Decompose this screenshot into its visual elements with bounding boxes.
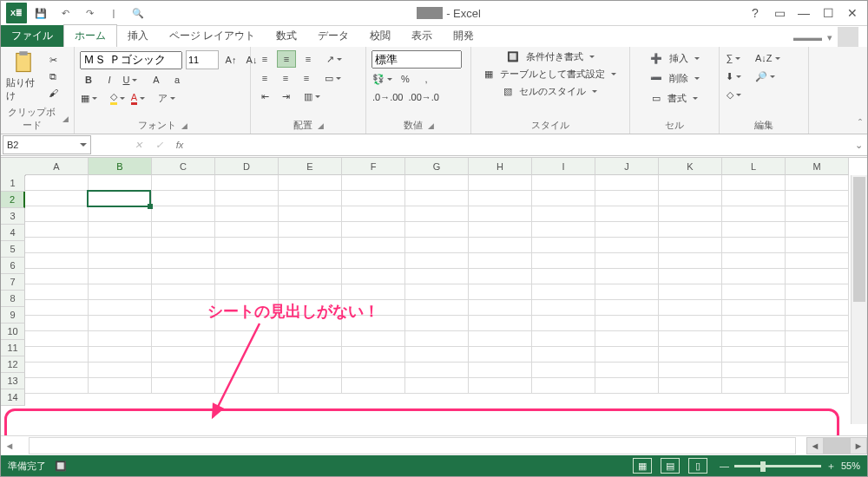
cell[interactable] xyxy=(215,269,279,284)
cell[interactable] xyxy=(405,253,469,269)
cell[interactable] xyxy=(215,363,279,378)
cell[interactable] xyxy=(279,378,342,394)
cell[interactable] xyxy=(405,269,469,284)
font-color-button[interactable]: A xyxy=(129,90,147,106)
cell[interactable] xyxy=(342,222,405,238)
row-header[interactable]: 8 xyxy=(1,291,25,307)
cell[interactable] xyxy=(469,253,532,269)
cell[interactable] xyxy=(152,269,215,284)
row-header[interactable]: 9 xyxy=(1,307,25,323)
vertical-scroll-thumb[interactable] xyxy=(853,177,865,302)
column-header[interactable]: K xyxy=(659,158,722,175)
accounting-format-button[interactable]: 💱 xyxy=(372,71,393,87)
column-header[interactable]: F xyxy=(342,158,405,175)
cell[interactable] xyxy=(469,378,532,394)
cell[interactable] xyxy=(25,378,89,394)
cell[interactable] xyxy=(25,222,89,238)
cell[interactable] xyxy=(25,206,89,222)
cell[interactable] xyxy=(152,316,215,331)
alignment-dialog-launcher[interactable]: ◢ xyxy=(318,121,324,130)
column-header[interactable]: E xyxy=(279,158,342,175)
underline-button[interactable]: U xyxy=(122,72,139,88)
cell[interactable] xyxy=(786,222,849,238)
cell[interactable] xyxy=(786,316,849,331)
cell[interactable] xyxy=(532,363,595,378)
autosum-button[interactable]: ∑ xyxy=(725,50,742,66)
column-header[interactable]: A xyxy=(25,158,89,175)
row-header[interactable]: 2 xyxy=(1,192,25,208)
zoom-in-button[interactable]: ＋ xyxy=(826,460,836,473)
row-header[interactable]: 13 xyxy=(1,373,25,389)
cell[interactable] xyxy=(469,316,532,331)
cell[interactable] xyxy=(786,253,849,269)
cell[interactable] xyxy=(659,253,722,269)
print-preview-button[interactable]: 🔍 xyxy=(128,3,148,23)
cell[interactable] xyxy=(786,331,849,347)
cell[interactable] xyxy=(342,191,405,206)
cell[interactable] xyxy=(342,378,405,394)
cell[interactable] xyxy=(342,347,405,363)
row-header[interactable]: 4 xyxy=(1,225,25,241)
cell[interactable] xyxy=(279,253,342,269)
column-header[interactable]: C xyxy=(152,158,215,175)
cell[interactable] xyxy=(659,284,722,300)
cell[interactable] xyxy=(532,284,595,300)
cell[interactable] xyxy=(786,175,849,191)
cell[interactable] xyxy=(595,206,659,222)
cell[interactable] xyxy=(152,331,215,347)
cell[interactable] xyxy=(595,331,659,347)
cell[interactable] xyxy=(786,191,849,206)
cell[interactable] xyxy=(532,191,595,206)
decrease-decimal-button[interactable]: .00→.0 xyxy=(407,89,439,105)
cell[interactable] xyxy=(342,206,405,222)
cell[interactable] xyxy=(786,347,849,363)
cell[interactable] xyxy=(659,191,722,206)
cell[interactable] xyxy=(469,284,532,300)
cell[interactable] xyxy=(469,300,532,316)
cell[interactable] xyxy=(595,316,659,331)
cell[interactable] xyxy=(89,347,152,363)
cell[interactable] xyxy=(152,175,215,191)
paste-button[interactable]: 貼り付け xyxy=(6,50,41,102)
cell[interactable] xyxy=(532,378,595,394)
cell[interactable] xyxy=(25,331,89,347)
row-header[interactable]: 3 xyxy=(1,208,25,225)
cell[interactable] xyxy=(25,284,89,300)
copy-button[interactable]: ⧉ xyxy=(44,69,62,84)
fill-color-button[interactable]: ◇ xyxy=(108,90,126,106)
hscroll-right[interactable]: ► xyxy=(850,437,867,454)
cell[interactable] xyxy=(215,347,279,363)
cell[interactable] xyxy=(152,300,215,316)
cell[interactable] xyxy=(215,253,279,269)
cell[interactable] xyxy=(342,253,405,269)
maximize-button[interactable]: ☐ xyxy=(817,3,839,23)
cell[interactable] xyxy=(659,300,722,316)
align-top-button[interactable]: ≡ xyxy=(256,51,273,67)
orientation-button[interactable]: ↗ xyxy=(326,51,343,67)
cell[interactable] xyxy=(786,363,849,378)
cell[interactable] xyxy=(89,206,152,222)
align-center-button[interactable]: ≡ xyxy=(277,70,294,86)
zoom-out-button[interactable]: — xyxy=(720,461,729,471)
vertical-scrollbar[interactable] xyxy=(851,175,867,424)
cell[interactable] xyxy=(405,363,469,378)
row-header[interactable]: 1 xyxy=(1,175,25,192)
cell[interactable] xyxy=(89,378,152,394)
cell[interactable] xyxy=(659,347,722,363)
cell[interactable] xyxy=(659,238,722,253)
tab-data[interactable]: データ xyxy=(307,25,359,47)
cell[interactable] xyxy=(722,269,786,284)
cell[interactable] xyxy=(89,284,152,300)
cell[interactable] xyxy=(595,300,659,316)
merge-button[interactable]: ▥ xyxy=(303,88,321,104)
zoom-slider[interactable] xyxy=(734,465,821,467)
cell[interactable] xyxy=(279,206,342,222)
cell[interactable] xyxy=(722,300,786,316)
cells-format-button[interactable]: ▭ 書式 xyxy=(635,90,713,106)
save-button[interactable]: 💾 xyxy=(30,3,51,23)
cells-delete-button[interactable]: ➖ 削除 xyxy=(635,70,713,86)
row-header[interactable]: 12 xyxy=(1,356,25,373)
cell[interactable] xyxy=(469,347,532,363)
cell[interactable] xyxy=(215,222,279,238)
row-header[interactable]: 11 xyxy=(1,340,25,356)
